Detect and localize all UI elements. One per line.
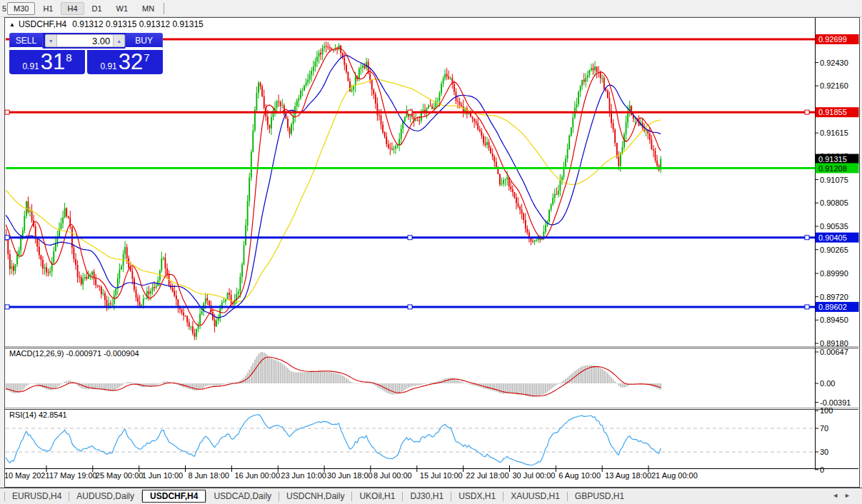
one-click-trading-panel: SELL ▼ 3.00 ▲ BUY 0.91 31 8 0.91 32 7 xyxy=(9,33,163,74)
svg-text:6 Aug 10:00: 6 Aug 10:00 xyxy=(558,471,601,480)
chart-canvas: 0.924300.921600.916150.913450.910750.908… xyxy=(0,0,862,504)
svg-text:13 Aug 18:00: 13 Aug 18:00 xyxy=(605,471,651,480)
svg-text:70: 70 xyxy=(820,424,828,433)
sell-price-base: 0.91 xyxy=(22,61,39,71)
svg-text:8 Jul 00:00: 8 Jul 00:00 xyxy=(374,471,412,480)
sell-price-big: 31 xyxy=(41,51,65,74)
svg-text:0.91615: 0.91615 xyxy=(820,128,848,137)
buy-price-pip: 7 xyxy=(144,51,149,64)
main-price-plot[interactable] xyxy=(0,39,815,340)
svg-text:25 May 00:00: 25 May 00:00 xyxy=(96,471,144,480)
candlesticks xyxy=(2,41,661,340)
svg-text:0.89180: 0.89180 xyxy=(820,339,848,348)
moving-average-lines xyxy=(0,48,661,326)
chart-ohlc-values: 0.91312 0.91315 0.91312 0.91315 xyxy=(72,19,204,29)
svg-text:0.91075: 0.91075 xyxy=(820,176,848,184)
buy-price-base: 0.91 xyxy=(100,61,116,71)
svg-text:0.92430: 0.92430 xyxy=(820,59,848,67)
sell-button[interactable]: SELL xyxy=(9,33,43,49)
svg-text:17 May 19:00: 17 May 19:00 xyxy=(49,471,97,480)
svg-text:0.91208: 0.91208 xyxy=(818,164,847,173)
svg-text:0.00: 0.00 xyxy=(820,379,835,388)
svg-text:0.90265: 0.90265 xyxy=(820,246,848,254)
time-axis: 10 May 202117 May 19:0025 May 00:001 Jun… xyxy=(4,465,698,480)
svg-text:10 May 2021: 10 May 2021 xyxy=(4,471,50,480)
sell-price-pip: 8 xyxy=(66,51,71,64)
chart-symbol-label: USDCHF,H4 xyxy=(19,19,66,29)
panel-borders xyxy=(5,18,858,469)
svg-text:0: 0 xyxy=(820,465,824,474)
buy-price-display[interactable]: 0.91 32 7 xyxy=(87,50,163,74)
svg-text:0.92699: 0.92699 xyxy=(818,35,847,44)
svg-text:30: 30 xyxy=(820,448,828,456)
svg-text:15 Jul 10:00: 15 Jul 10:00 xyxy=(420,471,463,480)
svg-text:1 Jun 10:00: 1 Jun 10:00 xyxy=(142,471,184,480)
svg-text:8 Jun 18:00: 8 Jun 18:00 xyxy=(189,471,230,480)
buy-price-big: 32 xyxy=(119,51,143,74)
svg-text:0.00647: 0.00647 xyxy=(820,348,848,356)
platform-window: 5 M30H1H4D1W1MN 0.924300.921600.916150.9… xyxy=(0,0,862,504)
svg-text:0.90805: 0.90805 xyxy=(820,198,848,207)
svg-text:21 Aug 00:00: 21 Aug 00:00 xyxy=(651,471,698,480)
svg-text:30 Jul 00:00: 30 Jul 00:00 xyxy=(513,471,556,480)
trade-controls-row: SELL ▼ 3.00 ▲ BUY xyxy=(9,33,163,49)
svg-text:0.92160: 0.92160 xyxy=(820,81,848,90)
spin-up-icon: ▲ xyxy=(116,39,121,44)
horizontal-level-lines[interactable] xyxy=(5,39,815,309)
volume-increase-button[interactable]: ▲ xyxy=(113,34,125,47)
svg-text:23 Jun 10:00: 23 Jun 10:00 xyxy=(281,471,326,480)
spin-down-icon: ▼ xyxy=(49,39,54,44)
volume-decrease-button[interactable]: ▼ xyxy=(45,34,57,47)
chart-title: ▲USDCHF,H40.91312 0.91315 0.91312 0.9131… xyxy=(9,19,204,29)
macd-indicator-label: MACD(12,26,9) -0.000971 -0.000904 xyxy=(9,349,139,358)
svg-text:0.91855: 0.91855 xyxy=(818,108,847,116)
svg-text:22 Jul 18:00: 22 Jul 18:00 xyxy=(466,471,509,480)
macd-panel xyxy=(0,352,661,397)
rsi-panel xyxy=(0,415,815,465)
svg-text:0.89602: 0.89602 xyxy=(818,303,847,311)
svg-text:100: 100 xyxy=(820,406,833,415)
svg-text:16 Jun 00:00: 16 Jun 00:00 xyxy=(234,471,280,480)
svg-text:0.90405: 0.90405 xyxy=(818,233,847,242)
volume-input[interactable]: 3.00 xyxy=(57,34,114,47)
buy-button[interactable]: BUY xyxy=(125,33,163,49)
svg-text:0.89990: 0.89990 xyxy=(820,269,848,278)
sell-price-display[interactable]: 0.91 31 8 xyxy=(9,50,85,74)
svg-text:0.91315: 0.91315 xyxy=(818,155,847,163)
rsi-indicator-label: RSI(14) 42.8541 xyxy=(9,410,67,419)
svg-text:-0.00391: -0.00391 xyxy=(820,398,851,407)
svg-text:0.90535: 0.90535 xyxy=(820,222,848,231)
svg-text:0.89450: 0.89450 xyxy=(820,316,848,324)
svg-text:0.89720: 0.89720 xyxy=(820,293,848,301)
svg-text:30 Jun 18:00: 30 Jun 18:00 xyxy=(327,471,373,480)
trade-prices-row: 0.91 31 8 0.91 32 7 xyxy=(9,50,163,74)
panel-collapse-icon[interactable]: ▲ xyxy=(9,21,15,28)
